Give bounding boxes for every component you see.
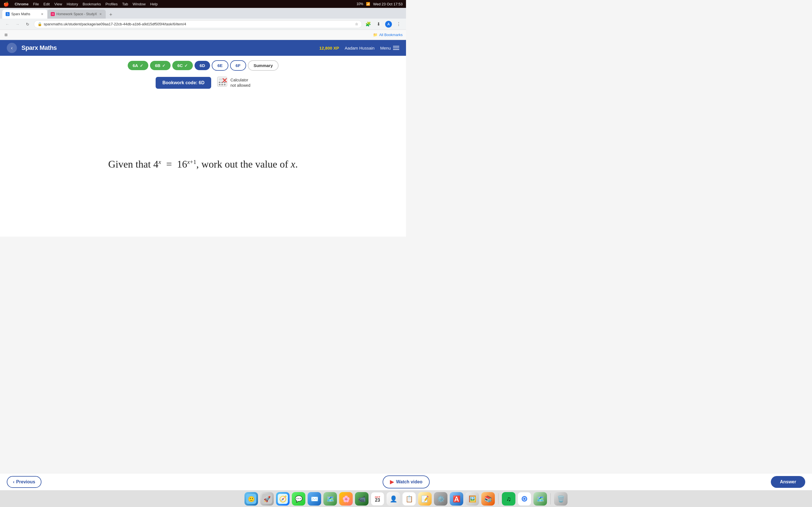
menubar-edit[interactable]: Edit: [43, 2, 50, 6]
svg-rect-5: [219, 84, 220, 86]
tab-6D[interactable]: 6D: [195, 61, 210, 70]
bookwork-code: Bookwork code: 6D: [156, 77, 211, 89]
menubar-view[interactable]: View: [54, 2, 62, 6]
all-bookmarks-button[interactable]: 📁 All Bookmarks: [373, 33, 403, 37]
calculator-status-text: Calculator not allowed: [231, 77, 250, 88]
check-icon-6A: ✓: [140, 63, 143, 68]
extensions-bar: ⊞ 📁 All Bookmarks: [0, 30, 406, 40]
check-icon-6C: ✓: [185, 63, 188, 68]
bookwork-area: Bookwork code: 6D: [0, 71, 406, 92]
hamburger-icon: [393, 46, 399, 50]
apple-menu[interactable]: 🍎: [3, 1, 9, 7]
tab-homework[interactable]: H Homework Space - StudyX ✕: [47, 10, 106, 18]
svg-rect-7: [224, 84, 225, 86]
lock-icon: 🔒: [38, 22, 42, 26]
menubar-help[interactable]: Help: [150, 2, 158, 6]
clock: Wed 23 Oct 17:53: [373, 2, 403, 6]
tab-title-sparx: Sparx Maths: [11, 12, 39, 16]
menu-label: Menu: [380, 46, 391, 50]
wifi-icon: 📶: [366, 2, 370, 6]
star-icon[interactable]: ☆: [355, 22, 358, 26]
sparx-main: 6A ✓ 6B ✓ 6C ✓ 6D 6E 6F Summary: [0, 56, 406, 237]
tab-6D-label: 6D: [200, 63, 205, 68]
refresh-button[interactable]: ↻: [24, 20, 32, 28]
mac-menubar: 🍎 Chrome File Edit View History Bookmark…: [0, 0, 406, 8]
sparx-navbar: ‹ Sparx Maths 12,800 XP Aadam Hussain Me…: [0, 40, 406, 56]
user-name: Aadam Hussain: [345, 46, 375, 50]
math-content-area: Given that 4x = 16x+1, work out the valu…: [0, 92, 406, 237]
folder-icon: 📁: [373, 33, 377, 37]
tab-6C-label: 6C: [177, 63, 183, 68]
tab-6F-label: 6F: [236, 63, 241, 68]
sparx-logo: Sparx Maths: [21, 44, 57, 52]
menubar-tab[interactable]: Tab: [122, 2, 128, 6]
tab-sparx[interactable]: S Sparx Maths ✕: [2, 10, 47, 18]
tab-6E[interactable]: 6E: [212, 60, 228, 71]
url-text: sparxmaths.uk/student/package/ae09aa17-2…: [44, 22, 353, 26]
favicon-homework: H: [51, 12, 55, 16]
profile-avatar: A: [385, 21, 392, 27]
favicon-sparx: S: [6, 12, 10, 16]
tab-6B-label: 6B: [155, 63, 160, 68]
browser-frame: S Sparx Maths ✕ H Homework Space - Study…: [0, 8, 406, 40]
menu-button[interactable]: Menu: [380, 46, 399, 50]
grid-icon[interactable]: ⊞: [3, 32, 9, 38]
menubar-file[interactable]: File: [33, 2, 39, 6]
battery-status: 10%: [356, 2, 363, 6]
tab-6B[interactable]: 6B ✓: [150, 61, 170, 70]
tab-6A[interactable]: 6A ✓: [128, 61, 148, 70]
close-tab-sparx[interactable]: ✕: [40, 12, 44, 17]
calculator-label: Calculator: [231, 77, 250, 82]
forward-button[interactable]: →: [13, 20, 21, 28]
url-bar[interactable]: 🔒 sparxmaths.uk/student/package/ae09aa17…: [34, 20, 362, 28]
tab-6A-label: 6A: [133, 63, 138, 68]
menubar-window[interactable]: Window: [133, 2, 146, 6]
address-bar: ← → ↻ 🔒 sparxmaths.uk/student/package/ae…: [0, 18, 406, 30]
menubar-chrome[interactable]: Chrome: [15, 2, 29, 6]
svg-rect-6: [221, 84, 223, 86]
tab-6F[interactable]: 6F: [230, 60, 246, 71]
menubar-bookmarks[interactable]: Bookmarks: [83, 2, 101, 6]
all-bookmarks-label: All Bookmarks: [379, 33, 403, 37]
address-right-icons: 🧩 ⬇ A ⋮: [364, 20, 403, 28]
sparx-page: ‹ Sparx Maths 12,800 XP Aadam Hussain Me…: [0, 40, 406, 237]
tab-summary[interactable]: Summary: [248, 60, 278, 71]
back-button[interactable]: ←: [3, 20, 11, 28]
download-icon[interactable]: ⬇: [374, 20, 382, 28]
svg-rect-2: [219, 82, 220, 83]
calculator-icon: [217, 76, 227, 89]
sparx-nav-right: 12,800 XP Aadam Hussain Menu: [319, 46, 399, 50]
new-tab-button[interactable]: +: [107, 11, 115, 18]
calculator-not-allowed: not allowed: [231, 83, 250, 88]
close-tab-homework[interactable]: ✕: [99, 12, 102, 17]
xp-badge: 12,800 XP: [319, 46, 339, 50]
tab-6E-label: 6E: [217, 63, 222, 68]
account-icon[interactable]: A: [385, 20, 393, 28]
tab-6C[interactable]: 6C ✓: [172, 61, 193, 70]
calculator-info: Calculator not allowed: [217, 76, 250, 89]
tab-bar: S Sparx Maths ✕ H Homework Space - Study…: [0, 8, 406, 18]
math-formula: Given that 4x = 16x+1, work out the valu…: [108, 157, 298, 171]
extensions-icon[interactable]: 🧩: [364, 20, 372, 28]
task-tabs: 6A ✓ 6B ✓ 6C ✓ 6D 6E 6F Summary: [0, 56, 406, 71]
menubar-profiles[interactable]: Profiles: [105, 2, 117, 6]
svg-rect-4: [224, 82, 225, 83]
tab-title-homework: Homework Space - StudyX: [56, 12, 97, 16]
check-icon-6B: ✓: [162, 63, 165, 68]
menubar-history[interactable]: History: [66, 2, 78, 6]
more-menu-icon[interactable]: ⋮: [395, 20, 403, 28]
menubar-right: 10% 📶 Wed 23 Oct 17:53: [356, 2, 403, 6]
tab-summary-label: Summary: [253, 63, 273, 68]
sparx-back-button[interactable]: ‹: [7, 43, 17, 53]
